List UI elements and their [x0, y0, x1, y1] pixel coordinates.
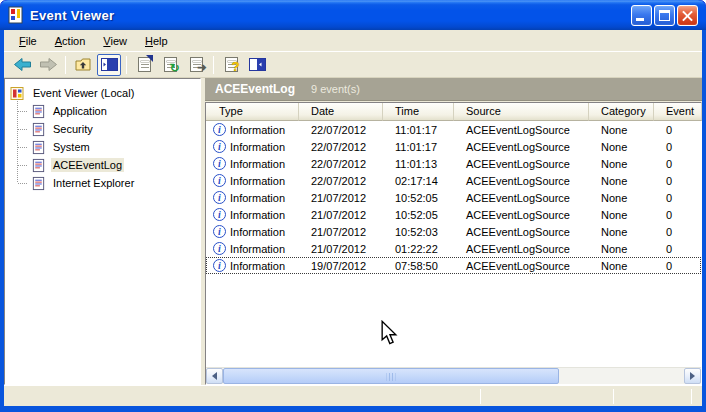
event-row[interactable]: i Information 22/07/2012 02:17:14 ACEEve…: [206, 172, 701, 189]
event-date: 21/07/2012: [299, 226, 383, 238]
help-button[interactable]: ?: [219, 54, 243, 76]
event-id: 0: [654, 124, 701, 136]
menu-help[interactable]: Help: [136, 32, 177, 50]
up-folder-icon: [75, 57, 92, 72]
event-source: ACEEventLogSource: [454, 124, 589, 136]
status-divider: [691, 389, 692, 404]
column-header-event[interactable]: Event: [654, 103, 702, 121]
event-viewer-root-icon: [10, 86, 26, 101]
console-tree-panel: Event Viewer (Local) Application: [4, 78, 201, 385]
event-log-icon: [31, 122, 46, 137]
tree-root-event-viewer-local[interactable]: Event Viewer (Local): [5, 84, 200, 102]
export-list-button[interactable]: ➔: [184, 54, 208, 76]
event-time: 01:22:22: [383, 243, 454, 255]
refresh-button[interactable]: ↻: [158, 54, 182, 76]
event-count: 9 event(s): [311, 83, 360, 95]
event-type: Information: [230, 192, 285, 204]
event-rows: i Information 22/07/2012 11:01:17 ACEEve…: [206, 121, 701, 367]
event-row[interactable]: i Information 21/07/2012 10:52:05 ACEEve…: [206, 189, 701, 206]
information-icon: i: [213, 242, 226, 255]
chevron-left-icon: [212, 372, 217, 380]
column-header-type[interactable]: Type: [206, 103, 299, 121]
event-viewer-app-icon: [7, 6, 25, 24]
event-row[interactable]: i Information 22/07/2012 11:01:17 ACEEve…: [206, 138, 701, 155]
event-source: ACEEventLogSource: [454, 192, 589, 204]
event-category: None: [589, 192, 654, 204]
event-viewer-window: Event Viewer File Action View Help: [0, 0, 706, 412]
status-divider: [613, 389, 614, 404]
event-row[interactable]: i Information 19/07/2012 07:58:50 ACEEve…: [206, 257, 701, 274]
properties-icon: [138, 57, 151, 72]
menu-file[interactable]: File: [10, 32, 46, 50]
forward-button[interactable]: [36, 54, 60, 76]
show-hide-console-tree-button[interactable]: [97, 54, 121, 76]
event-row[interactable]: i Information 22/07/2012 11:01:13 ACEEve…: [206, 155, 701, 172]
event-source: ACEEventLogSource: [454, 209, 589, 221]
back-button[interactable]: [10, 54, 34, 76]
toolbar-separator: [213, 56, 214, 74]
column-header-source[interactable]: Source: [454, 103, 589, 121]
column-header-date[interactable]: Date: [299, 103, 383, 121]
event-type: Information: [230, 158, 285, 170]
event-date: 22/07/2012: [299, 175, 383, 187]
event-time: 11:01:17: [383, 141, 454, 153]
information-icon: i: [213, 225, 226, 238]
event-time: 10:52:05: [383, 192, 454, 204]
refresh-icon: ↻: [164, 57, 177, 72]
event-date: 22/07/2012: [299, 124, 383, 136]
event-category: None: [589, 243, 654, 255]
event-category: None: [589, 209, 654, 221]
scroll-right-button[interactable]: [684, 368, 701, 384]
tree-item-internet-explorer[interactable]: Internet Explorer: [5, 174, 200, 192]
event-id: 0: [654, 175, 701, 187]
event-time: 10:52:03: [383, 226, 454, 238]
event-log-icon: [31, 176, 46, 191]
close-button[interactable]: [677, 5, 698, 26]
column-header-category[interactable]: Category: [589, 103, 654, 121]
information-icon: i: [213, 123, 226, 136]
show-hide-action-pane-button[interactable]: [245, 54, 269, 76]
minimize-button[interactable]: [631, 5, 652, 26]
up-one-level-button[interactable]: [71, 54, 95, 76]
event-row[interactable]: i Information 21/07/2012 10:52:03 ACEEve…: [206, 223, 701, 240]
event-time: 02:17:14: [383, 175, 454, 187]
menu-action[interactable]: Action: [46, 32, 95, 50]
event-date: 21/07/2012: [299, 192, 383, 204]
action-pane-icon: [249, 58, 266, 71]
menu-view[interactable]: View: [94, 32, 136, 50]
properties-button[interactable]: [132, 54, 156, 76]
event-id: 0: [654, 192, 701, 204]
scrollbar-thumb[interactable]: [223, 368, 559, 384]
column-header-row: Type Date Time Source Category Event: [206, 103, 701, 121]
horizontal-scrollbar[interactable]: [206, 367, 701, 384]
event-source: ACEEventLogSource: [454, 226, 589, 238]
event-row[interactable]: i Information 22/07/2012 11:01:17 ACEEve…: [206, 121, 701, 138]
toolbar: ↻ ➔ ?: [4, 52, 702, 78]
event-row[interactable]: i Information 21/07/2012 01:22:22 ACEEve…: [206, 240, 701, 257]
event-source: ACEEventLogSource: [454, 175, 589, 187]
event-row[interactable]: i Information 21/07/2012 10:52:05 ACEEve…: [206, 206, 701, 223]
status-divider: [480, 389, 481, 404]
tree-item-aceeventlog[interactable]: ACEEventLog: [5, 156, 200, 174]
event-time: 10:52:05: [383, 209, 454, 221]
tree-item-system[interactable]: System: [5, 138, 200, 156]
scroll-left-button[interactable]: [206, 368, 223, 384]
maximize-button[interactable]: [654, 5, 675, 26]
log-name: ACEEventLog: [215, 82, 295, 96]
tree-item-application[interactable]: Application: [5, 102, 200, 120]
column-header-time[interactable]: Time: [383, 103, 454, 121]
event-time: 07:58:50: [383, 260, 454, 272]
event-category: None: [589, 141, 654, 153]
forward-arrow-icon: [39, 57, 58, 72]
information-icon: i: [213, 259, 226, 272]
event-type: Information: [230, 243, 285, 255]
event-list: Type Date Time Source Category Event i I…: [205, 102, 702, 385]
event-source: ACEEventLogSource: [454, 260, 589, 272]
tree-item-security[interactable]: Security: [5, 120, 200, 138]
event-category: None: [589, 175, 654, 187]
minimize-icon: [636, 18, 644, 21]
console-body: Event Viewer (Local) Application: [4, 78, 702, 385]
result-pane: ACEEventLog 9 event(s) Type Date Time So…: [205, 78, 702, 385]
event-date: 22/07/2012: [299, 158, 383, 170]
result-pane-header: ACEEventLog 9 event(s): [205, 78, 702, 101]
